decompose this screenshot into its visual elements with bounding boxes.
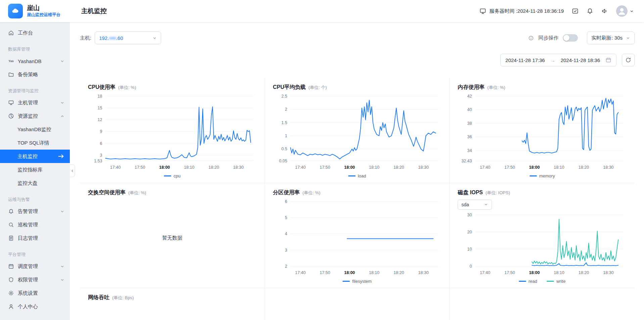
- legend-memory[interactable]: memory: [530, 173, 555, 179]
- chart-title: CPU平均负载: [273, 84, 306, 91]
- legend-write[interactable]: write: [547, 278, 565, 284]
- svg-text:18:00: 18:00: [159, 165, 170, 170]
- sidebar-item-schedule-mgmt[interactable]: 调度管理: [0, 260, 70, 273]
- chart-card-empty: [265, 288, 450, 320]
- svg-text:17:40: 17:40: [295, 270, 305, 275]
- toggle-knob: [563, 35, 569, 41]
- svg-text:9: 9: [100, 129, 102, 134]
- date-range-picker[interactable]: 2024-11-28 17:36 → 2024-11-28 18:36: [500, 54, 616, 66]
- svg-text:17:40: 17:40: [480, 270, 490, 275]
- app-header: 崖山 崖山监控运维平台 主机监控 服务器时间 :2024-11-28 18:36…: [0, 0, 644, 22]
- date-start: 2024-11-28 17:36: [505, 57, 545, 63]
- cpu-usage-chart[interactable]: 1.5336912151817:4017:5018:0018:1018:2018…: [88, 93, 257, 172]
- legend-line-icon: [348, 175, 356, 176]
- svg-text:20: 20: [467, 230, 472, 234]
- svg-text:17:40: 17:40: [295, 165, 305, 170]
- memory-usage-chart[interactable]: 32.43343638404217:4017:5018:0018:1018:20…: [458, 93, 627, 172]
- svg-text:18:00: 18:00: [529, 165, 540, 170]
- svg-text:18:00: 18:00: [344, 165, 355, 170]
- refresh-interval-select[interactable]: 实时刷新: 30s: [587, 32, 635, 44]
- brand-title: 崖山: [27, 4, 60, 12]
- svg-text:3: 3: [285, 248, 287, 253]
- sync-toggle[interactable]: [563, 34, 578, 42]
- user-menu[interactable]: [616, 5, 634, 17]
- chart-unit: (单位: %): [118, 85, 136, 91]
- svg-text:18:30: 18:30: [418, 270, 428, 275]
- sidebar-collapse-handle[interactable]: [70, 164, 75, 177]
- svg-text:18:20: 18:20: [579, 270, 589, 275]
- sidebar-item-system-settings[interactable]: 系统设置: [0, 286, 70, 300]
- svg-text:42: 42: [467, 94, 472, 99]
- sidebar-subitem-metric-library[interactable]: 监控指标库: [0, 163, 70, 176]
- main-content: 主机: 192.•••••.60 同步操作 实时刷新: 30s 2024-11-…: [70, 22, 644, 320]
- svg-text:18:10: 18:10: [369, 270, 379, 275]
- legend-load[interactable]: load: [348, 172, 366, 179]
- calendar-icon: [605, 57, 611, 63]
- bell-icon[interactable]: [587, 8, 593, 14]
- inspection-icon: [8, 222, 14, 228]
- svg-text:17:50: 17:50: [135, 165, 145, 170]
- chart-card-cpu-load: CPU平均负载(单位: 个) 0.050.511.522.517:4017:50…: [265, 78, 450, 183]
- sidebar-section-database-mgmt: 数据库管理: [0, 44, 70, 54]
- host-select[interactable]: 192.•••••.60: [95, 32, 161, 44]
- sidebar-subitem-yashandb-monitor[interactable]: YashanDB监控: [0, 123, 70, 136]
- sidebar-item-backup-policy[interactable]: 备份策略: [0, 68, 70, 81]
- disk-iops-chart[interactable]: 010203017:4017:5018:0018:1018:2018:30: [458, 212, 627, 277]
- svg-text:34: 34: [467, 148, 472, 153]
- chart-unit: (单位: 个): [308, 85, 327, 91]
- arrow-right-icon: [58, 154, 64, 159]
- legend-line-icon: [547, 281, 554, 282]
- chart-grid: CPU使用率(单位: %) 1.5336912151817:4017:5018:…: [80, 78, 635, 320]
- svg-text:18:00: 18:00: [344, 270, 355, 275]
- svg-text:18:30: 18:30: [418, 165, 428, 170]
- document-icon: [8, 235, 14, 241]
- chart-unit: (单位: IOPS): [486, 190, 510, 196]
- sidebar-item-host-mgmt[interactable]: 主机管理: [0, 96, 70, 109]
- chart-legend: cpu: [88, 172, 257, 179]
- chart-title: CPU使用率: [88, 84, 116, 91]
- chart-card-partition-usage: 分区使用率(单位: %) 2345617:4017:5018:0018:1018…: [265, 183, 450, 288]
- sidebar-item-log-mgmt[interactable]: 日志管理: [0, 231, 70, 245]
- legend-line-icon: [164, 175, 171, 176]
- avatar[interactable]: [616, 5, 628, 17]
- folder-icon: [8, 71, 14, 77]
- pie-chart-icon: [8, 113, 14, 119]
- sidebar-subitem-host-monitor[interactable]: 主机监控: [0, 150, 70, 163]
- svg-text:17:40: 17:40: [110, 165, 121, 170]
- brand-subtitle: 崖山监控运维平台: [27, 12, 60, 18]
- legend-read[interactable]: read: [519, 278, 537, 284]
- sidebar-section-resource-mgmt: 资源管理与监控: [0, 86, 70, 96]
- partition-usage-chart[interactable]: 2345617:4017:5018:0018:1018:2018:30: [273, 198, 442, 277]
- chart-title: 内存使用率: [458, 84, 485, 91]
- legend-cpu[interactable]: cpu: [164, 172, 181, 179]
- sidebar-item-permission-mgmt[interactable]: 权限管理: [0, 273, 70, 286]
- sidebar-section-ops-alert: 运维与告警: [0, 195, 70, 205]
- svg-text:18:10: 18:10: [369, 165, 379, 170]
- speaker-icon[interactable]: [601, 8, 608, 14]
- chart-card-network-throughput: 网络吞吐(单位: Bps): [80, 288, 265, 320]
- svg-text:36: 36: [467, 135, 472, 139]
- legend-filesystem[interactable]: filesystem: [342, 278, 372, 284]
- sidebar-item-yashandb[interactable]: Yas YashanDB: [0, 54, 70, 68]
- date-toolbar: 2024-11-28 17:36 → 2024-11-28 18:36: [80, 54, 635, 66]
- brand-logo-icon: [8, 4, 23, 18]
- sidebar-item-alert-mgmt[interactable]: 告警管理: [0, 205, 70, 218]
- chevron-up-icon: [60, 114, 64, 118]
- chart-legend: read write: [458, 278, 627, 284]
- server-monitor-icon: [479, 8, 486, 14]
- message-check-icon[interactable]: [572, 8, 579, 14]
- refresh-button[interactable]: [622, 54, 635, 66]
- cpu-load-chart[interactable]: 0.050.511.522.517:4017:5018:0018:1018:20…: [273, 93, 442, 172]
- sidebar-item-workbench[interactable]: 工作台: [0, 26, 70, 40]
- sidebar-item-inspection-mgmt[interactable]: 巡检管理: [0, 218, 70, 231]
- svg-text:6: 6: [285, 199, 287, 204]
- svg-text:18:20: 18:20: [394, 165, 404, 170]
- svg-text:15: 15: [97, 106, 102, 110]
- sidebar-subitem-top-sql[interactable]: TOP SQL详情: [0, 136, 70, 150]
- sidebar-item-resource-monitor[interactable]: 资源监控: [0, 109, 70, 123]
- sidebar-item-personal-center[interactable]: 个人中心: [0, 300, 70, 313]
- svg-text:18:10: 18:10: [554, 270, 564, 275]
- device-select[interactable]: sda: [458, 200, 492, 210]
- info-circle-icon[interactable]: [528, 35, 534, 41]
- sidebar-subitem-monitor-dashboard[interactable]: 监控大盘: [0, 176, 70, 190]
